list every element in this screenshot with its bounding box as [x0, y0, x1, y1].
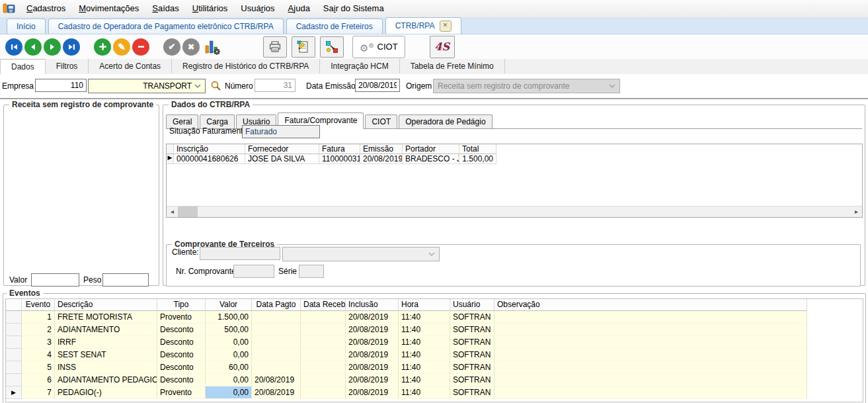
- chart-settings-button[interactable]: [204, 39, 220, 55]
- column-header-tipo[interactable]: Tipo: [157, 299, 206, 311]
- grid-cell[interactable]: [494, 349, 807, 361]
- menu-saidas[interactable]: Saídas: [145, 0, 185, 17]
- grid-cell[interactable]: Desconto: [157, 349, 206, 361]
- grid-cell[interactable]: 20/08/2019: [346, 374, 399, 386]
- grid-row[interactable]: 6ADIANTAMENTO PEDAGIO(+)Desconto0,0020/0…: [6, 374, 807, 386]
- column-header-total[interactable]: Total: [459, 144, 496, 154]
- subtab-acerto-de-contas[interactable]: Acerto de Contas: [89, 59, 172, 73]
- grid-cell[interactable]: 0,00: [206, 336, 252, 349]
- grid-cell[interactable]: 20/08/2019: [346, 324, 399, 336]
- grid-cell[interactable]: 3: [22, 336, 55, 349]
- cliente-code-input[interactable]: [200, 247, 280, 260]
- grid-row[interactable]: 1FRETE MOTORISTAProvento1.500,0020/08/20…: [6, 311, 807, 324]
- search-icon[interactable]: [210, 80, 221, 93]
- grid-cell[interactable]: 1.500,00: [206, 311, 252, 324]
- grid-cell[interactable]: [301, 324, 346, 336]
- column-header-usuario[interactable]: Usuário: [450, 299, 494, 311]
- column-header-hora[interactable]: Hora: [399, 299, 450, 311]
- empresa-input[interactable]: [35, 79, 87, 92]
- grid-cell[interactable]: ADIANTAMENTO: [55, 324, 157, 336]
- grid-row[interactable]: 3IRRFDesconto0,0020/08/201911:40SOFTRAN: [6, 336, 807, 349]
- ctrb-tab-ciot[interactable]: CIOT: [365, 114, 397, 128]
- grid-cell[interactable]: 2: [22, 324, 55, 336]
- process-flow-button[interactable]: [320, 36, 344, 58]
- grid-cell[interactable]: JOSE DA SILVA: [245, 154, 319, 164]
- grid-cell[interactable]: [494, 324, 807, 336]
- column-header-inclusao[interactable]: Inclusão: [346, 299, 399, 311]
- grid-cell[interactable]: SEST SENAT: [55, 349, 157, 361]
- first-record-button[interactable]: [5, 38, 22, 56]
- grid-cell[interactable]: [301, 374, 346, 386]
- grid-cell[interactable]: 20/08/2019: [346, 311, 399, 324]
- column-header-fornecedor[interactable]: Fornecedor: [245, 144, 319, 154]
- menu-ajuda[interactable]: Ajuda: [282, 0, 317, 17]
- grid-cell[interactable]: 20/08/2019: [346, 349, 399, 361]
- next-record-button[interactable]: [44, 38, 61, 56]
- grid-row[interactable]: ▶7PEDAGIO(-)Provento0,0020/08/201920/08/…: [6, 386, 807, 399]
- grid-cell[interactable]: 6: [22, 374, 55, 386]
- menu-utilitarios[interactable]: Utilitários: [186, 0, 234, 17]
- grid-cell[interactable]: 0,00: [206, 374, 252, 386]
- grid-row[interactable]: 5INSSDesconto60,0020/08/201911:40SOFTRAN: [6, 361, 807, 374]
- column-header-emissao[interactable]: Emissão: [360, 144, 403, 154]
- tab-cadastro-de-operadora-de-pagamento-eletronico-ctrb-rpa[interactable]: Cadastro de Operadora de Pagamento eletr…: [48, 19, 284, 34]
- grid-cell[interactable]: SOFTRAN: [450, 311, 494, 324]
- menu-cadastros[interactable]: Cadastros: [20, 0, 72, 17]
- menu-movimentacoes[interactable]: Movimentações: [72, 0, 145, 17]
- grid-cell[interactable]: [301, 311, 346, 324]
- tab-cadastro-de-freteiros[interactable]: Cadastro de Freteiros: [286, 19, 383, 34]
- grid-cell[interactable]: 11:40: [399, 311, 450, 324]
- grid-cell[interactable]: [252, 361, 301, 374]
- grid-cell[interactable]: 0,00: [206, 349, 252, 361]
- grid-cell[interactable]: 11:40: [399, 336, 450, 349]
- empresa-combo[interactable]: TRANSPORT: [88, 79, 206, 93]
- grid-cell[interactable]: Provento: [157, 386, 206, 399]
- column-header-valor[interactable]: Valor: [206, 299, 252, 311]
- add-record-button[interactable]: [94, 38, 111, 56]
- grid-cell[interactable]: 5: [22, 361, 55, 374]
- grid-cell[interactable]: SOFTRAN: [450, 324, 494, 336]
- grid-cell[interactable]: [252, 311, 301, 324]
- grid-cell[interactable]: 11:40: [399, 386, 450, 399]
- column-header-portador[interactable]: Portador: [403, 144, 459, 154]
- grid-cell[interactable]: 11:40: [399, 349, 450, 361]
- grid-cell[interactable]: IRRF: [55, 336, 157, 349]
- grid-cell[interactable]: ADIANTAMENTO PEDAGIO(+): [55, 374, 157, 386]
- grid-cell[interactable]: [494, 336, 807, 349]
- grid-cell[interactable]: [252, 349, 301, 361]
- grid-cell[interactable]: BRADESCO - JC T: [403, 154, 459, 164]
- data-emissao-input[interactable]: [355, 79, 400, 92]
- grid-cell[interactable]: [252, 336, 301, 349]
- ctrb-tab-operadora-de-pedagio[interactable]: Operadora de Pedágio: [399, 114, 492, 128]
- grid-cell[interactable]: [252, 324, 301, 336]
- grid-cell[interactable]: 0,00: [206, 386, 252, 399]
- report-edit-button[interactable]: [292, 36, 315, 58]
- grid-cell[interactable]: 7: [22, 386, 55, 399]
- grid-cell[interactable]: 110000031: [319, 154, 360, 164]
- grid-cell[interactable]: 20/08/2019: [346, 386, 399, 399]
- grid-cell[interactable]: 11:40: [399, 361, 450, 374]
- menu-sair-do-sistema[interactable]: Sair do Sistema: [317, 0, 391, 17]
- grid-cell[interactable]: Desconto: [157, 336, 206, 349]
- column-header-fatura[interactable]: Fatura: [319, 144, 360, 154]
- peso-input[interactable]: [102, 273, 149, 287]
- grid-cell[interactable]: SOFTRAN: [450, 361, 494, 374]
- valor-input[interactable]: [31, 273, 79, 287]
- confirm-button[interactable]: ✔: [163, 38, 180, 56]
- grid-cell[interactable]: [494, 361, 807, 374]
- grid-cell[interactable]: 60,00: [206, 361, 252, 374]
- subtab-integracao-hcm[interactable]: Integração HCM: [320, 59, 399, 73]
- grid-cell[interactable]: 4: [22, 349, 55, 361]
- grid-cell[interactable]: 20/08/2019: [360, 154, 403, 164]
- grid-cell[interactable]: PEDAGIO(-): [55, 386, 157, 399]
- grid-cell[interactable]: 11:40: [399, 374, 450, 386]
- edit-record-button[interactable]: ✎: [113, 38, 130, 56]
- grid-cell[interactable]: 00000041680626: [174, 154, 245, 164]
- nr-comprovante-input[interactable]: [233, 265, 274, 278]
- grid-cell[interactable]: [494, 374, 807, 386]
- subtab-dados[interactable]: Dados: [0, 59, 46, 75]
- grid-cell[interactable]: Provento: [157, 311, 206, 324]
- grid-cell[interactable]: SOFTRAN: [450, 349, 494, 361]
- scrollbar-thumb[interactable]: [178, 206, 198, 217]
- ciot-button[interactable]: ⚙⚙ CIOT: [352, 36, 405, 58]
